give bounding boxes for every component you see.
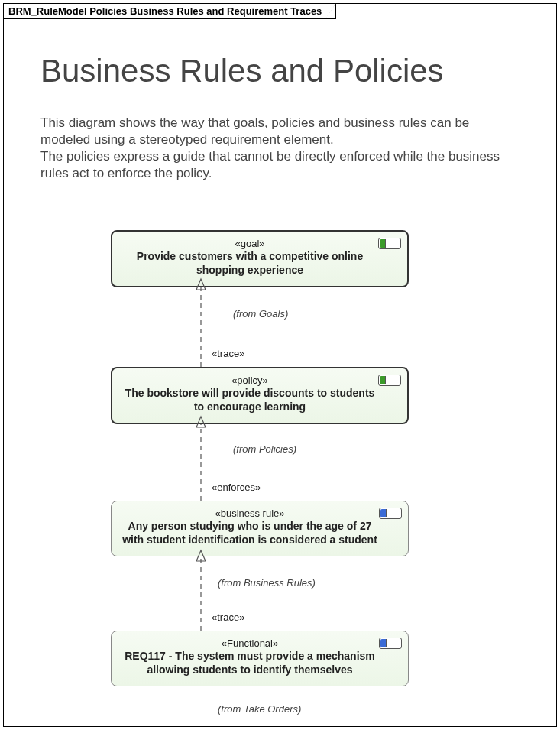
rule-stereotype: «business rule» <box>122 508 377 519</box>
requirement-badge-icon <box>379 638 402 649</box>
enforces-label: «enforces» <box>212 482 261 493</box>
functional-stereotype: «Functional» <box>122 638 377 649</box>
diagram-frame: BRM_RuleModel Policies Business Rules an… <box>3 3 557 727</box>
trace-label: «trace» <box>212 348 244 359</box>
enforces-connector <box>193 417 209 505</box>
policy-package-label: (from Policies) <box>233 443 296 455</box>
functional-text: REQ117 - The system must provide a mecha… <box>122 649 377 676</box>
goal-package-label: (from Goals) <box>233 308 288 320</box>
policy-text: The bookstore will provide discounts to … <box>123 386 377 414</box>
rule-text: Any person studying who is under the age… <box>122 519 377 547</box>
requirement-badge-icon <box>378 238 401 249</box>
goal-text: Provide customers with a competitive onl… <box>123 249 377 277</box>
trace-connector-2 <box>193 550 209 634</box>
trace-connector <box>193 279 209 371</box>
goal-stereotype: «goal» <box>123 238 377 249</box>
svg-marker-3 <box>196 417 206 427</box>
diagram-canvas: «goal» Provide customers with a competit… <box>4 4 558 728</box>
functional-package-label: (from Take Orders) <box>218 703 301 715</box>
policy-node[interactable]: «policy» The bookstore will provide disc… <box>111 367 409 424</box>
functional-requirement-node[interactable]: «Functional» REQ117 - The system must pr… <box>111 631 409 686</box>
goal-node[interactable]: «goal» Provide customers with a competit… <box>111 230 409 287</box>
rule-package-label: (from Business Rules) <box>218 577 316 589</box>
business-rule-node[interactable]: «business rule» Any person studying who … <box>111 501 409 556</box>
requirement-badge-icon <box>379 508 402 519</box>
trace-label-2: «trace» <box>212 612 244 623</box>
requirement-badge-icon <box>378 375 401 386</box>
policy-stereotype: «policy» <box>123 375 377 386</box>
